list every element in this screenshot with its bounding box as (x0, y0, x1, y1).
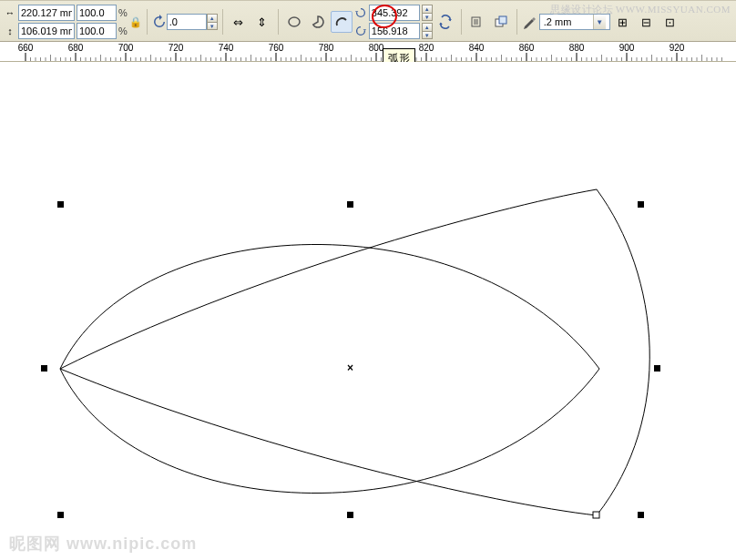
svg-rect-159 (593, 512, 599, 518)
pie-icon (311, 15, 325, 29)
svg-text:900: 900 (619, 43, 635, 53)
start-angle-input[interactable] (369, 5, 420, 21)
mirror-v-icon: ⇕ (257, 15, 267, 29)
svg-text:780: 780 (319, 43, 334, 53)
property-bar: ↔ ↕ % % 🔒 ▲ (0, 0, 736, 42)
svg-text:720: 720 (169, 43, 184, 53)
swap-angles-button[interactable] (434, 11, 456, 33)
ellipse-icon (287, 15, 302, 29)
selection-center-marker[interactable]: × (347, 361, 353, 374)
svg-text:680: 680 (68, 43, 84, 53)
selection-handle-bl[interactable] (57, 512, 64, 518)
ruler-svg: 6606807007207407607808008208408608809009… (0, 42, 736, 62)
tool2-icon: ⊟ (641, 15, 651, 29)
object-height-input[interactable] (18, 23, 75, 39)
end-angle-spinner[interactable]: ▲▼ (422, 23, 433, 39)
mirror-horizontal-button[interactable]: ⇔ (228, 11, 250, 33)
arc-angles-group: ▲▼ ▲▼ (354, 5, 433, 39)
dropdown-arrow-icon[interactable]: ▼ (593, 15, 606, 29)
arc-mode-button[interactable] (331, 11, 353, 33)
spin-down[interactable]: ▼ (207, 22, 218, 30)
mirror-h-icon: ⇔ (233, 15, 243, 29)
align-icon (494, 15, 508, 29)
scale-y-input[interactable] (77, 23, 117, 39)
lock-ratio-icon[interactable]: 🔒 (129, 15, 142, 28)
outline-width-value: .2 mm (544, 16, 572, 27)
tool3-icon: ⊡ (665, 15, 675, 29)
tool1-icon: ⊞ (618, 15, 628, 29)
mirror-vertical-button[interactable]: ⇕ (251, 11, 273, 33)
spin-up[interactable]: ▲ (207, 14, 218, 22)
svg-text:760: 760 (269, 43, 284, 53)
svg-text:880: 880 (569, 43, 585, 53)
wrap-icon (470, 15, 485, 29)
svg-text:820: 820 (419, 43, 434, 53)
end-angle-input[interactable] (369, 23, 420, 39)
start-angle-icon (354, 6, 367, 19)
object-width-input[interactable] (18, 5, 75, 21)
start-angle-spinner[interactable]: ▲▼ (422, 5, 433, 21)
svg-text:840: 840 (469, 43, 485, 53)
end-angle-icon (354, 25, 367, 37)
svg-text:660: 660 (18, 43, 34, 53)
object-size-group: ↔ ↕ (4, 5, 75, 39)
pen-icon (522, 15, 537, 29)
drawing-canvas[interactable]: × (0, 62, 736, 560)
selection-handle-br[interactable] (638, 512, 644, 518)
horizontal-ruler[interactable]: 6606807007207407607808008208408608809009… (0, 42, 736, 62)
percent-label-y: % (118, 25, 128, 36)
rotation-field: ▲ ▼ (152, 14, 218, 30)
pie-mode-button[interactable] (307, 11, 329, 33)
watermark-top-right: 思缘设计论坛 WWW.MISSYUAN.COM (550, 3, 731, 16)
arc-icon (334, 15, 349, 29)
selection-handle-tl[interactable] (57, 201, 64, 208)
svg-text:920: 920 (670, 43, 685, 53)
canvas-svg (0, 62, 736, 560)
watermark-bottom-left: 昵图网 www.nipic.com (9, 533, 197, 555)
wrap-paragraph-button[interactable] (466, 11, 488, 33)
selection-handle-ml[interactable] (41, 365, 47, 372)
rotation-spinner[interactable]: ▲ ▼ (207, 14, 218, 30)
to-front-button[interactable] (490, 11, 512, 33)
scale-x-input[interactable] (77, 5, 117, 21)
svg-text:700: 700 (118, 43, 134, 53)
selection-handle-bm[interactable] (347, 512, 353, 518)
width-icon: ↔ (4, 6, 16, 19)
rotation-input[interactable] (167, 14, 207, 30)
selection-handle-tr[interactable] (638, 201, 644, 208)
svg-text:740: 740 (219, 43, 234, 53)
percent-label-x: % (118, 7, 128, 18)
selection-handle-mr[interactable] (654, 365, 660, 372)
ellipse-mode-button[interactable] (283, 11, 305, 33)
svg-text:860: 860 (519, 43, 535, 53)
swap-icon (438, 15, 453, 29)
rotate-icon (152, 15, 167, 29)
svg-point-0 (289, 17, 300, 26)
height-icon: ↕ (4, 25, 16, 37)
selection-handle-tm[interactable] (347, 201, 353, 208)
svg-rect-3 (499, 16, 506, 24)
scale-group: % % (77, 5, 128, 39)
